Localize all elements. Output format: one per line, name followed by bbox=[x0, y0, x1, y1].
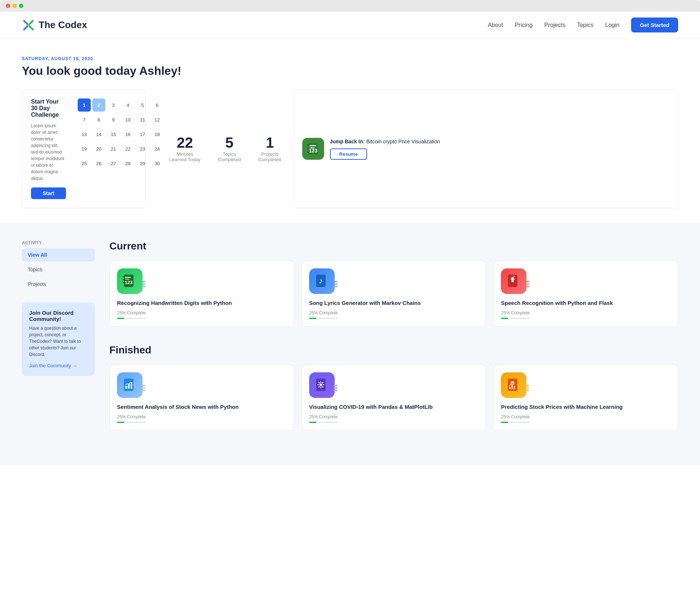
cal-day-28[interactable]: 28 bbox=[121, 157, 135, 170]
project-card-speech[interactable]: Speech Recognition with Python and Flask… bbox=[493, 261, 678, 327]
current-cards-grid: 123 bbox=[109, 261, 678, 327]
cal-day-17[interactable]: 17 bbox=[136, 128, 149, 141]
stocks-progress-bar bbox=[501, 422, 530, 423]
dot-red[interactable] bbox=[6, 4, 10, 8]
svg-point-0 bbox=[27, 24, 30, 26]
notebook-icon: 123 bbox=[306, 142, 320, 156]
project-card-handwritten[interactable]: 123 bbox=[109, 261, 294, 327]
cal-day-13[interactable]: 13 bbox=[78, 128, 91, 141]
cal-day-1[interactable]: 1 bbox=[78, 98, 91, 112]
stat-projects: 1 ProjectsCompleted bbox=[258, 135, 281, 162]
cal-day-11[interactable]: 11 bbox=[136, 113, 149, 126]
sidebar-item-projects[interactable]: Projects bbox=[22, 278, 95, 291]
navbar: The Codex About Pricing Projects Topics … bbox=[0, 12, 700, 39]
cal-day-29[interactable]: 29 bbox=[136, 157, 149, 170]
discord-link[interactable]: Join the Community → bbox=[29, 363, 77, 368]
money-chart-icon: $ bbox=[506, 378, 521, 392]
nav-pricing[interactable]: Pricing bbox=[515, 22, 533, 28]
svg-text:123: 123 bbox=[125, 280, 133, 285]
resume-button[interactable]: Resume bbox=[330, 148, 368, 160]
discord-card: Join Our Discord Community! Have a quest… bbox=[22, 302, 95, 376]
cal-day-15[interactable]: 15 bbox=[107, 128, 120, 141]
logo-text: The Codex bbox=[39, 19, 87, 31]
cal-day-18[interactable]: 18 bbox=[151, 128, 164, 141]
logo-icon bbox=[22, 19, 35, 32]
dot-yellow[interactable] bbox=[12, 4, 17, 8]
icon-lines-5 bbox=[333, 385, 338, 391]
challenge-card: Start Your30 Day Challenge Lorem ipsum d… bbox=[22, 89, 146, 208]
current-section: Current 123 bbox=[109, 240, 678, 327]
cal-day-2[interactable]: 2 bbox=[92, 98, 105, 112]
speech-title: Speech Recognition with Python and Flask bbox=[501, 300, 670, 306]
project-card-stocks[interactable]: $ bbox=[493, 365, 678, 431]
cal-day-7[interactable]: 7 bbox=[78, 113, 91, 126]
cal-day-23[interactable]: 23 bbox=[136, 142, 149, 155]
cal-day-24[interactable]: 24 bbox=[151, 142, 164, 155]
svg-rect-7 bbox=[307, 152, 309, 153]
stat-projects-number: 1 bbox=[258, 135, 281, 150]
project-card-lyrics[interactable]: ♪ Song Lyrics Generator with Markov Chai… bbox=[302, 261, 486, 327]
cal-day-10[interactable]: 10 bbox=[121, 113, 135, 126]
nav-links: About Pricing Projects Topics Login Get … bbox=[488, 18, 678, 32]
lyrics-progress-bar bbox=[309, 318, 338, 319]
nav-about[interactable]: About bbox=[488, 22, 503, 28]
discord-title: Join Our Discord Community! bbox=[29, 310, 88, 322]
jump-icon: 123 bbox=[302, 138, 324, 160]
cal-day-22[interactable]: 22 bbox=[121, 142, 135, 155]
hero-section: Saturday, August 18, 2020 You look good … bbox=[0, 39, 700, 223]
cal-day-3[interactable]: 3 bbox=[107, 98, 120, 112]
covid-progress-fill bbox=[309, 422, 316, 423]
cal-day-20[interactable]: 20 bbox=[92, 142, 105, 155]
dot-green[interactable] bbox=[19, 4, 23, 8]
cal-day-4[interactable]: 4 bbox=[121, 98, 135, 112]
main-content: Activity View All Topics Projects Join O… bbox=[0, 223, 700, 466]
icon-lines-2 bbox=[333, 281, 338, 287]
svg-rect-21 bbox=[131, 382, 132, 389]
cal-day-9[interactable]: 9 bbox=[107, 113, 120, 126]
speech-icon bbox=[501, 268, 526, 294]
cal-day-26[interactable]: 26 bbox=[92, 157, 105, 170]
cal-day-14[interactable]: 14 bbox=[92, 128, 105, 141]
cal-day-8[interactable]: 8 bbox=[92, 113, 105, 126]
start-button[interactable]: Start bbox=[31, 187, 66, 199]
cal-day-27[interactable]: 27 bbox=[107, 157, 120, 170]
cal-day-30[interactable]: 30 bbox=[151, 157, 164, 170]
stocks-icon: $ bbox=[501, 372, 526, 398]
covid-progress-bar bbox=[309, 422, 338, 423]
get-started-button[interactable]: Get Started bbox=[631, 18, 678, 32]
cal-day-5[interactable]: 5 bbox=[136, 98, 149, 112]
stat-projects-label: ProjectsCompleted bbox=[258, 151, 281, 162]
browser-chrome bbox=[0, 0, 700, 12]
handwritten-icon: 123 bbox=[117, 268, 143, 294]
cal-day-12[interactable]: 12 bbox=[151, 113, 164, 126]
cal-day-25[interactable]: 25 bbox=[78, 157, 91, 170]
sidebar-item-topics[interactable]: Topics bbox=[22, 263, 95, 276]
svg-text:♪: ♪ bbox=[319, 276, 323, 285]
svg-rect-19 bbox=[125, 386, 127, 389]
svg-point-15 bbox=[511, 277, 514, 281]
current-title: Current bbox=[109, 240, 678, 252]
lyrics-progress-fill bbox=[309, 318, 316, 319]
cal-day-21[interactable]: 21 bbox=[107, 142, 120, 155]
content-layout: Activity View All Topics Projects Join O… bbox=[22, 240, 678, 448]
sentiment-progress-bar bbox=[117, 422, 146, 423]
handwritten-progress-bar bbox=[117, 318, 146, 319]
logo-area: The Codex bbox=[22, 19, 87, 32]
stat-minutes-label: MinutesLearned Today bbox=[169, 151, 201, 162]
cal-day-6[interactable]: 6 bbox=[151, 98, 164, 112]
icon-lines-3 bbox=[525, 281, 529, 287]
nav-topics[interactable]: Topics bbox=[577, 22, 594, 28]
nav-login[interactable]: Login bbox=[605, 22, 619, 28]
sidebar-item-view-all[interactable]: View All bbox=[22, 248, 95, 261]
nav-projects[interactable]: Projects bbox=[544, 22, 565, 28]
jump-title: Bitcoin crypto Price Visualization bbox=[366, 139, 440, 144]
cal-day-16[interactable]: 16 bbox=[121, 128, 135, 141]
project-card-covid[interactable]: Visualizing COVID-19 with Pandas & MatPl… bbox=[302, 365, 486, 431]
sentiment-title: Sentiment Analysis of Stock News with Py… bbox=[117, 404, 287, 410]
calendar-grid: 1 2 3 4 5 6 7 8 9 10 11 12 13 bbox=[78, 98, 164, 199]
project-card-sentiment[interactable]: Sentiment Analysis of Stock News with Py… bbox=[109, 365, 294, 431]
cal-day-19[interactable]: 19 bbox=[78, 142, 91, 155]
svg-point-24 bbox=[320, 384, 322, 386]
covid-icon bbox=[309, 372, 335, 398]
lyrics-progress-label: 25% Complete bbox=[309, 310, 479, 315]
